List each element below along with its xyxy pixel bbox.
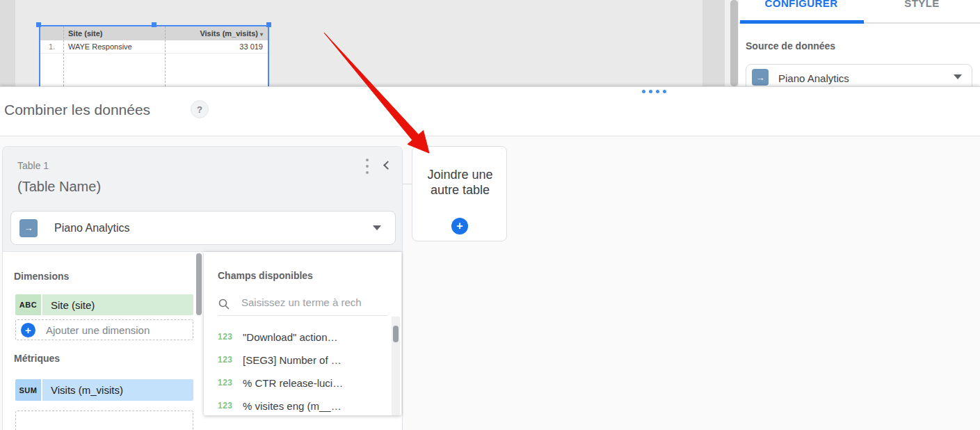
field-list-item[interactable]: 123 "Download" action… bbox=[218, 330, 385, 344]
row-site-value: WAYE Responsive bbox=[63, 42, 165, 51]
row-index: 1. bbox=[40, 42, 63, 51]
table-source-select[interactable]: → Piano Analytics bbox=[10, 211, 396, 245]
canvas-scrollbar-thumb[interactable] bbox=[730, 0, 738, 86]
metric-chip-label: Visits (m_visits) bbox=[42, 379, 193, 401]
fields-column-scrollbar-thumb[interactable] bbox=[196, 253, 202, 315]
table-header-row: Site (site) Visits (m_visits)▾ bbox=[40, 26, 268, 40]
data-source-value: Piano Analytics bbox=[778, 72, 849, 84]
numeric-type-icon: 123 bbox=[218, 332, 243, 342]
join-card-label: Joindre une autre table bbox=[412, 167, 508, 198]
table-card-name[interactable]: (Table Name) bbox=[17, 179, 101, 195]
tab-configure[interactable]: CONFIGURER bbox=[739, 0, 864, 9]
field-list-item[interactable]: 123 % CTR release-luci… bbox=[218, 376, 385, 390]
numeric-type-icon: 123 bbox=[218, 355, 243, 365]
dimension-chip[interactable]: ABC Site (site) bbox=[15, 294, 193, 315]
table-header-visits[interactable]: Visits (m_visits)▾ bbox=[165, 29, 268, 38]
selection-handle[interactable] bbox=[36, 22, 41, 27]
numeric-type-icon: 123 bbox=[218, 401, 243, 411]
numeric-type-icon: 123 bbox=[218, 378, 243, 388]
table-card-subtitle: Table 1 bbox=[17, 160, 49, 171]
plus-icon: + bbox=[21, 323, 35, 337]
metric-chip[interactable]: SUM Visits (m_visits) bbox=[15, 379, 193, 401]
report-canvas: Site (site) Visits (m_visits)▾ 1. WAYE R… bbox=[0, 0, 739, 86]
chevron-down-icon bbox=[373, 225, 381, 230]
canvas-scrollbar[interactable] bbox=[725, 0, 739, 86]
available-fields-title: Champs disponibles bbox=[218, 270, 313, 281]
search-input[interactable] bbox=[241, 296, 385, 308]
available-fields-panel: Champs disponibles 123 "Download" action… bbox=[204, 252, 401, 415]
screenshot-root: Site (site) Visits (m_visits)▾ 1. WAYE R… bbox=[0, 0, 980, 430]
table-source-value: Piano Analytics bbox=[54, 222, 130, 234]
selection-handle[interactable] bbox=[266, 22, 271, 27]
add-table-plus-button[interactable]: + bbox=[451, 218, 468, 234]
data-source-label: Source de données bbox=[746, 40, 835, 51]
selection-handle[interactable] bbox=[152, 22, 156, 27]
dimension-type-badge: ABC bbox=[15, 294, 41, 315]
report-table-chart[interactable]: Site (site) Visits (m_visits)▾ 1. WAYE R… bbox=[39, 25, 269, 86]
metrics-label: Métriques bbox=[14, 353, 60, 364]
sort-desc-icon: ▾ bbox=[260, 31, 263, 38]
fields-scrollbar[interactable] bbox=[392, 317, 400, 415]
properties-panel: CONFIGURER STYLE Source de données → Pia… bbox=[739, 0, 980, 86]
blend-title: Combiner les données bbox=[4, 102, 150, 118]
panel-drag-handle-icon[interactable] bbox=[642, 90, 670, 94]
tab-style[interactable]: STYLE bbox=[864, 0, 980, 9]
chevron-down-icon bbox=[954, 74, 962, 79]
table-header-site[interactable]: Site (site) bbox=[63, 29, 165, 38]
table-card-header: Table 1 (Table Name) → Piano Analytics bbox=[3, 147, 402, 252]
collapse-chevron-icon[interactable] bbox=[383, 161, 392, 170]
add-dimension-label: Ajouter une dimension bbox=[46, 324, 150, 336]
add-metric-button[interactable] bbox=[15, 411, 193, 430]
add-dimension-button[interactable]: + Ajouter une dimension bbox=[15, 319, 193, 340]
active-tab-underline bbox=[740, 20, 864, 24]
search-icon bbox=[218, 298, 230, 310]
dimensions-label: Dimensions bbox=[14, 271, 69, 282]
join-another-table-card[interactable]: Joindre une autre table + bbox=[412, 146, 507, 241]
fields-scrollbar-thumb[interactable] bbox=[393, 326, 399, 342]
dimension-chip-label: Site (site) bbox=[42, 294, 193, 315]
column-guide bbox=[63, 26, 64, 86]
help-button[interactable]: ? bbox=[191, 100, 209, 118]
piano-analytics-icon: → bbox=[19, 219, 38, 237]
row-visits-value: 33 019 bbox=[165, 42, 268, 51]
metric-type-badge: SUM bbox=[15, 379, 41, 401]
table-card-menu-icon[interactable] bbox=[366, 159, 369, 174]
search-underline bbox=[218, 315, 387, 316]
field-list-item[interactable]: 123 % visites eng (m__… bbox=[218, 399, 385, 413]
column-guide bbox=[165, 26, 166, 86]
field-list-item[interactable]: 123 [SEG3] Number of … bbox=[218, 353, 385, 367]
join-connector bbox=[403, 184, 412, 184]
table-row: 1. WAYE Responsive 33 019 bbox=[40, 40, 268, 54]
piano-analytics-icon: → bbox=[752, 69, 769, 86]
